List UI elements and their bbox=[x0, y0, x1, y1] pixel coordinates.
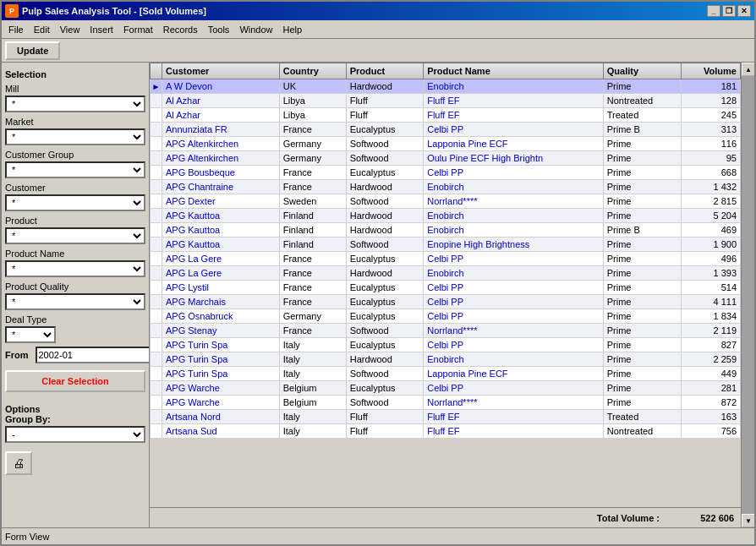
minimize-button[interactable]: _ bbox=[707, 5, 720, 17]
cell-country: France bbox=[279, 295, 346, 309]
cell-quality: Prime bbox=[603, 238, 681, 252]
update-button[interactable]: Update bbox=[5, 41, 60, 60]
table-row[interactable]: ►A W DevonUKHardwoodEnobirchPrime181 bbox=[151, 79, 741, 94]
menu-file[interactable]: File bbox=[3, 22, 29, 37]
table-row[interactable]: APG Turin SpaItalyHardwoodEnobirchPrime2… bbox=[151, 352, 741, 367]
cell-country: France bbox=[279, 123, 346, 137]
app-icon: P bbox=[5, 4, 19, 18]
menu-view[interactable]: View bbox=[55, 22, 85, 37]
table-row[interactable]: APG La GereFranceHardwoodEnobirchPrime1 … bbox=[151, 266, 741, 281]
menu-format[interactable]: Format bbox=[118, 22, 158, 37]
menu-edit[interactable]: Edit bbox=[29, 22, 55, 37]
cell-volume: 668 bbox=[682, 166, 741, 180]
restore-button[interactable]: ❐ bbox=[722, 5, 736, 17]
cell-volume: 95 bbox=[682, 151, 741, 166]
cell-product: Softwood bbox=[346, 194, 423, 209]
scroll-down-button[interactable]: ▼ bbox=[742, 514, 754, 527]
row-indicator: ► bbox=[151, 79, 162, 94]
table-row[interactable]: Artsana NordItalyFluffFluff EFTreated163 bbox=[151, 410, 741, 424]
cell-volume: 128 bbox=[682, 94, 741, 108]
scroll-track[interactable] bbox=[742, 76, 754, 514]
product-name-select[interactable]: * bbox=[5, 260, 145, 277]
table-row[interactable]: Al AzharLibyaFluffFluff EFNontreated128 bbox=[151, 94, 741, 108]
cell-customer: APG La Gere bbox=[162, 266, 280, 281]
table-row[interactable]: APG ChantraineFranceHardwoodEnobirchPrim… bbox=[151, 180, 741, 194]
cell-product_name: Fluff EF bbox=[424, 108, 604, 123]
table-row[interactable]: APG BousbequeFranceEucalyptusCelbi PPPri… bbox=[151, 166, 741, 180]
cell-customer: A W Devon bbox=[162, 79, 280, 94]
table-row[interactable]: Artsana SudItalyFluffFluff EFNontreated7… bbox=[151, 424, 741, 439]
close-button[interactable]: ✕ bbox=[737, 5, 751, 17]
cell-product_name: Fluff EF bbox=[424, 424, 604, 439]
table-row[interactable]: Annunziata FRFranceEucalyptusCelbi PPPri… bbox=[151, 123, 741, 137]
print-button[interactable]: 🖨 bbox=[5, 451, 32, 475]
table-row[interactable]: APG StenayFranceSoftwoodNorrland****Prim… bbox=[151, 324, 741, 338]
menu-tools[interactable]: Tools bbox=[203, 22, 235, 37]
row-indicator bbox=[151, 352, 162, 367]
table-container[interactable]: Customer Country Product Product Name Qu… bbox=[150, 63, 741, 507]
total-value: 522 606 bbox=[666, 513, 734, 523]
table-row[interactable]: APG KauttoaFinlandSoftwoodEnopine High B… bbox=[151, 238, 741, 252]
deal-type-select[interactable]: * bbox=[5, 326, 56, 343]
cell-country: Finland bbox=[279, 223, 346, 238]
cell-quality: Prime bbox=[603, 324, 681, 338]
table-row[interactable]: APG KauttoaFinlandHardwoodEnobirchPrime5… bbox=[151, 209, 741, 223]
customer-group-select[interactable]: * bbox=[5, 161, 145, 178]
menu-help[interactable]: Help bbox=[278, 22, 308, 37]
table-row[interactable]: APG Turin SpaItalyEucalyptusCelbi PPPrim… bbox=[151, 338, 741, 352]
row-indicator bbox=[151, 252, 162, 266]
group-by-select[interactable]: - bbox=[5, 426, 145, 443]
clear-selection-button[interactable]: Clear Selection bbox=[5, 370, 145, 392]
window-controls: _ ❐ ✕ bbox=[707, 5, 751, 17]
left-panel: Selection Mill * Market * Customer Group… bbox=[2, 63, 150, 527]
cell-quality: Prime bbox=[603, 209, 681, 223]
cell-country: Finland bbox=[279, 238, 346, 252]
print-icon: 🖨 bbox=[13, 456, 25, 470]
menu-insert[interactable]: Insert bbox=[85, 22, 118, 37]
menu-window[interactable]: Window bbox=[234, 22, 277, 37]
scroll-up-button[interactable]: ▲ bbox=[742, 63, 754, 76]
cell-customer: APG Turin Spa bbox=[162, 367, 280, 381]
cell-customer: APG Altenkirchen bbox=[162, 137, 280, 151]
mill-select[interactable]: * bbox=[5, 96, 145, 112]
cell-volume: 181 bbox=[682, 79, 741, 94]
cell-volume: 116 bbox=[682, 137, 741, 151]
table-row[interactable]: APG KauttoaFinlandHardwoodEnobirchPrime … bbox=[151, 223, 741, 238]
cell-customer: APG Kauttoa bbox=[162, 223, 280, 238]
menu-records[interactable]: Records bbox=[158, 22, 203, 37]
customer-label: Customer bbox=[5, 183, 145, 193]
table-row[interactable]: APG MarchaisFranceEucalyptusCelbi PPPrim… bbox=[151, 295, 741, 309]
market-select[interactable]: * bbox=[5, 128, 145, 145]
cell-country: Italy bbox=[279, 367, 346, 381]
cell-customer: APG Altenkirchen bbox=[162, 151, 280, 166]
cell-country: France bbox=[279, 266, 346, 281]
table-body: ►A W DevonUKHardwoodEnobirchPrime181Al A… bbox=[151, 79, 741, 439]
options-label: Options bbox=[5, 404, 145, 414]
table-row[interactable]: APG La GereFranceEucalyptusCelbi PPPrime… bbox=[151, 252, 741, 266]
product-name-label: Product Name bbox=[5, 248, 145, 259]
table-row[interactable]: APG OsnabruckGermanyEucalyptusCelbi PPPr… bbox=[151, 309, 741, 324]
table-row[interactable]: APG Turin SpaItalySoftwoodLapponia Pine … bbox=[151, 367, 741, 381]
table-row[interactable]: APG AltenkirchenGermanySoftwoodOulu Pine… bbox=[151, 151, 741, 166]
customer-select[interactable]: * bbox=[5, 194, 145, 211]
table-row[interactable]: APG AltenkirchenGermanySoftwoodLapponia … bbox=[151, 137, 741, 151]
cell-product: Hardwood bbox=[346, 209, 423, 223]
data-table: Customer Country Product Product Name Qu… bbox=[150, 63, 741, 439]
row-indicator bbox=[151, 166, 162, 180]
cell-volume: 1 834 bbox=[682, 309, 741, 324]
from-input[interactable] bbox=[36, 347, 151, 363]
selection-label: Selection bbox=[5, 69, 145, 79]
table-row[interactable]: APG DexterSwedenSoftwoodNorrland****Prim… bbox=[151, 194, 741, 209]
product-select[interactable]: * bbox=[5, 227, 145, 244]
table-row[interactable]: APG WarcheBelgiumSoftwoodNorrland****Pri… bbox=[151, 396, 741, 410]
table-row[interactable]: APG LystilFranceEucalyptusCelbi PPPrime5… bbox=[151, 281, 741, 295]
cell-customer: APG Turin Spa bbox=[162, 338, 280, 352]
cell-quality: Prime B bbox=[603, 123, 681, 137]
cell-product_name: Enobirch bbox=[424, 352, 604, 367]
product-quality-select[interactable]: * bbox=[5, 293, 145, 310]
table-row[interactable]: APG WarcheBelgiumEucalyptusCelbi PPPrime… bbox=[151, 381, 741, 396]
cell-product_name: Norrland**** bbox=[424, 324, 604, 338]
cell-country: France bbox=[279, 281, 346, 295]
table-row[interactable]: Al AzharLibyaFluffFluff EFTreated245 bbox=[151, 108, 741, 123]
cell-volume: 1 900 bbox=[682, 238, 741, 252]
